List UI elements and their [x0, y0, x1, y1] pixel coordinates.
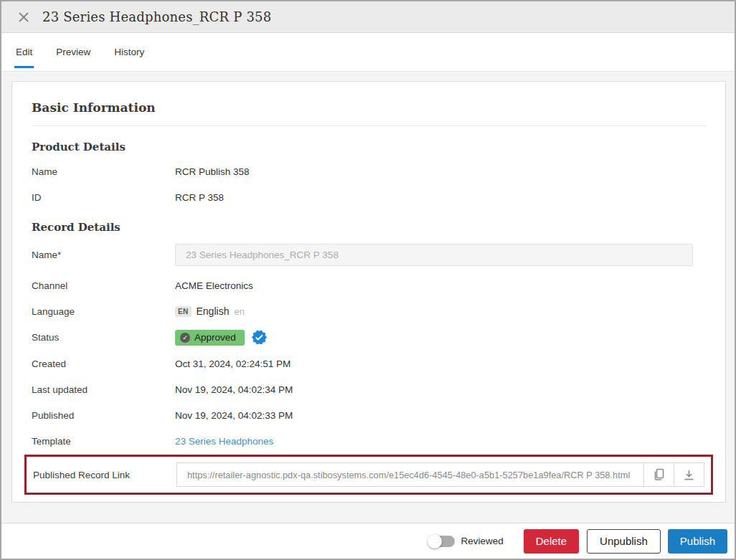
- published-record-link-group: [176, 462, 704, 487]
- status-badge: ✓ Approved: [175, 330, 245, 346]
- section-heading-basic-information: Basic Information: [32, 100, 706, 115]
- status-value: ✓ Approved: [175, 329, 706, 346]
- tab-history[interactable]: History: [113, 33, 146, 71]
- tab-edit[interactable]: Edit: [14, 33, 34, 71]
- field-row-product-name: Name RCR Publish 358: [32, 163, 706, 179]
- content-area: Basic Information Product Details Name R…: [1, 72, 735, 523]
- panel-header: 23 Series Headphones_RCR P 358: [1, 1, 735, 33]
- template-link[interactable]: 23 Series Headphones: [175, 436, 706, 447]
- field-value: Nov 19, 2024, 04:02:33 PM: [175, 410, 706, 421]
- record-name-input[interactable]: [175, 244, 693, 266]
- field-label: Name*: [32, 250, 175, 260]
- field-value: RCR Publish 358: [175, 166, 706, 177]
- status-text: Approved: [194, 332, 236, 343]
- field-label: Last updated: [32, 384, 175, 395]
- field-label: ID: [32, 192, 175, 203]
- basic-information-card: Basic Information Product Details Name R…: [11, 81, 726, 503]
- language-code-badge: EN: [175, 306, 192, 317]
- field-label: Published: [32, 410, 175, 421]
- panel-title: 23 Series Headphones_RCR P 358: [42, 9, 271, 24]
- field-label: Channel: [32, 280, 175, 291]
- language-code: en: [234, 306, 244, 317]
- field-label: Status: [32, 332, 175, 343]
- field-row-status: Status ✓ Approved: [32, 329, 706, 346]
- annotation-highlight-box: Published Record Link: [24, 455, 713, 495]
- tab-preview[interactable]: Preview: [55, 33, 92, 71]
- field-label: Created: [32, 359, 175, 369]
- field-label: Name: [32, 166, 175, 177]
- reviewed-toggle-group: Reviewed: [429, 536, 503, 547]
- copy-link-button[interactable]: [643, 463, 674, 486]
- publish-button[interactable]: Publish: [668, 529, 727, 554]
- field-row-created: Created Oct 31, 2024, 02:24:51 PM: [32, 356, 706, 371]
- section-divider: [32, 125, 706, 126]
- field-row-record-name: Name*: [32, 244, 706, 266]
- field-row-last-updated: Last updated Nov 19, 2024, 04:02:34 PM: [32, 381, 706, 397]
- close-icon[interactable]: [16, 10, 31, 24]
- field-value: Oct 31, 2024, 02:24:51 PM: [175, 359, 706, 369]
- field-row-published: Published Nov 19, 2024, 04:02:33 PM: [32, 407, 706, 423]
- record-editor-panel: 23 Series Headphones_RCR P 358 Edit Prev…: [0, 0, 736, 560]
- check-circle-icon: ✓: [180, 333, 190, 343]
- subsection-heading-product-details: Product Details: [32, 141, 706, 153]
- language-value: EN English en: [175, 305, 706, 317]
- field-row-template: Template 23 Series Headphones: [32, 433, 706, 449]
- field-row-channel: Channel ACME Electronics: [32, 277, 706, 293]
- subsection-heading-record-details: Record Details: [32, 221, 706, 234]
- copy-icon: [653, 468, 666, 481]
- toggle-knob: [428, 534, 442, 549]
- tab-bar: Edit Preview History: [1, 33, 735, 72]
- delete-button[interactable]: Delete: [524, 529, 579, 554]
- published-record-link-input[interactable]: [177, 463, 643, 486]
- unpublish-button[interactable]: Unpublish: [587, 529, 661, 554]
- reviewed-toggle-label: Reviewed: [461, 536, 503, 546]
- download-link-button[interactable]: [674, 463, 704, 486]
- field-label: Template: [32, 436, 175, 447]
- download-icon: [683, 469, 695, 481]
- field-row-language: Language EN English en: [32, 303, 706, 319]
- field-value: RCR P 358: [175, 192, 706, 203]
- field-value: Nov 19, 2024, 04:02:34 PM: [175, 384, 706, 395]
- language-name: English: [197, 305, 230, 317]
- action-footer: Reviewed Delete Unpublish Publish: [1, 523, 735, 559]
- field-label: Language: [32, 306, 175, 317]
- reviewed-toggle[interactable]: [429, 536, 455, 547]
- field-row-product-id: ID RCR P 358: [32, 189, 706, 205]
- field-value: ACME Electronics: [175, 280, 706, 291]
- verified-seal-icon: [251, 329, 268, 346]
- field-label: Published Record Link: [33, 470, 176, 480]
